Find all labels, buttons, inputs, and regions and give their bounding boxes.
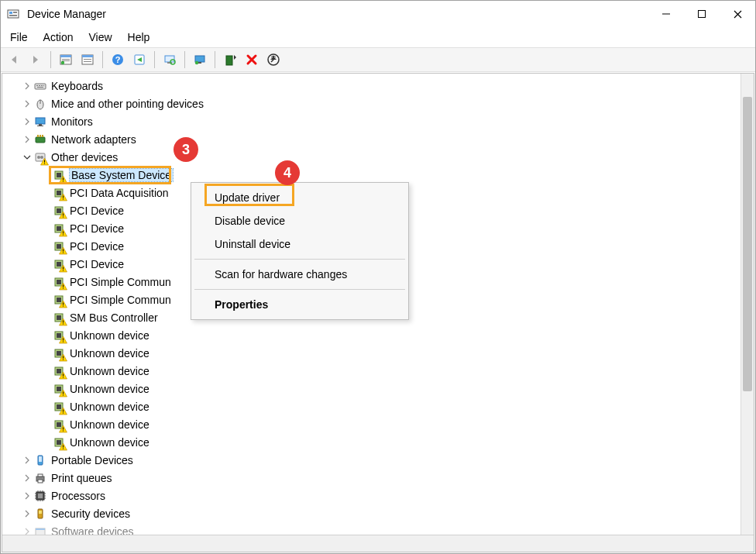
- toolbar-back-button[interactable]: [4, 50, 24, 70]
- mouse-icon: [33, 97, 47, 111]
- device-warning-icon: [52, 275, 66, 289]
- tree-label: Portable Devices: [51, 454, 133, 466]
- toolbar-help-button[interactable]: [108, 50, 128, 70]
- chevron-right-icon[interactable]: [21, 454, 33, 466]
- window-title: Device Manager: [27, 8, 106, 20]
- menu-file[interactable]: File: [7, 29, 37, 45]
- annotation-highlight-4: [204, 184, 294, 206]
- scrollbar-thumb[interactable]: [743, 97, 752, 391]
- chevron-right-icon[interactable]: [21, 115, 33, 128]
- chevron-right-icon[interactable]: [21, 98, 33, 110]
- menu-view[interactable]: View: [85, 29, 121, 45]
- toolbar-show-hide-tree-button[interactable]: [56, 50, 76, 70]
- tree-label: PCI Simple Commun: [70, 294, 171, 306]
- vertical-scrollbar[interactable]: [741, 74, 754, 535]
- tree-label: Monitors: [51, 115, 93, 128]
- chevron-right-icon[interactable]: [21, 490, 33, 502]
- tree-label: Other devices: [51, 151, 118, 163]
- tree-node-monitors[interactable]: Monitors: [2, 112, 740, 130]
- tree-node-network-adapters[interactable]: Network adapters: [2, 130, 740, 148]
- device-warning-icon: [52, 293, 66, 307]
- context-menu-disable-device[interactable]: Disable device: [191, 209, 408, 232]
- menu-help[interactable]: Help: [125, 29, 160, 45]
- tree-label: Software devices: [51, 525, 134, 535]
- tree-label: Unknown device: [70, 347, 149, 360]
- tree-node-portable-devices[interactable]: Portable Devices: [2, 451, 740, 469]
- tree-label: Mice and other pointing devices: [51, 98, 204, 110]
- chevron-right-icon[interactable]: [21, 525, 33, 535]
- tree-node-processors[interactable]: Processors: [2, 487, 740, 504]
- device-warning-icon: [52, 382, 66, 396]
- chevron-right-icon[interactable]: [21, 80, 33, 92]
- tree-node-mice[interactable]: Mice and other pointing devices: [2, 95, 740, 112]
- tree-node-unknown-device[interactable]: Unknown device: [2, 415, 740, 433]
- chevron-right-icon[interactable]: [21, 508, 33, 520]
- toolbar-add-device-button[interactable]: [220, 50, 240, 70]
- device-warning-icon: [52, 364, 66, 378]
- monitor-icon: [33, 115, 47, 129]
- tree-label: Unknown device: [70, 418, 149, 431]
- tree-label: Security devices: [51, 508, 130, 520]
- context-menu-scan-hardware[interactable]: Scan for hardware changes: [191, 263, 408, 286]
- tree-node-keyboards[interactable]: Keyboards: [2, 77, 740, 95]
- tree-node-unknown-device[interactable]: Unknown device: [2, 397, 740, 415]
- device-warning-icon: [52, 204, 66, 218]
- tree-label: Unknown device: [70, 401, 149, 413]
- context-menu-separator: [194, 289, 405, 290]
- tree-node-other-devices[interactable]: Other devices: [2, 148, 740, 166]
- tree-label: PCI Device: [70, 222, 124, 235]
- toolbar-forward-button[interactable]: [26, 50, 46, 70]
- tree-label: PCI Device: [70, 258, 124, 270]
- toolbar-properties-button[interactable]: [77, 50, 98, 70]
- title-bar: Device Manager: [1, 1, 755, 27]
- tree-label: Print queues: [51, 472, 112, 484]
- tree-label: Unknown device: [70, 329, 149, 342]
- annotation-highlight-3: [49, 166, 171, 184]
- annotation-callout-3: 3: [174, 137, 198, 162]
- maximize-button[interactable]: [684, 2, 720, 26]
- context-menu-properties[interactable]: Properties: [191, 293, 408, 316]
- device-warning-icon: [52, 418, 66, 432]
- toolbar-uninstall-button[interactable]: [242, 50, 262, 70]
- tree-label: PCI Simple Commun: [70, 276, 171, 288]
- tree-node-unknown-device[interactable]: Unknown device: [2, 433, 740, 451]
- cpu-icon: [33, 489, 47, 503]
- context-menu-separator: [194, 259, 405, 260]
- menu-action[interactable]: Action: [40, 29, 83, 45]
- device-warning-icon: [52, 311, 66, 325]
- tree-node-software-devices[interactable]: Software devices: [2, 522, 740, 535]
- status-bar: [2, 535, 754, 552]
- chevron-right-icon[interactable]: [21, 133, 33, 146]
- toolbar-action-button[interactable]: [129, 50, 149, 70]
- tree-node-unknown-device[interactable]: Unknown device: [2, 326, 740, 344]
- tree-label: Unknown device: [70, 365, 149, 377]
- device-warning-icon: [52, 435, 66, 449]
- toolbar-monitors-button[interactable]: [190, 50, 210, 70]
- chevron-right-icon[interactable]: [21, 472, 33, 484]
- tree-node-print-queues[interactable]: Print queues: [2, 469, 740, 487]
- device-warning-icon: [52, 239, 66, 253]
- toolbar-update-button[interactable]: [263, 50, 284, 70]
- tree-label: Network adapters: [51, 133, 136, 146]
- minimize-button[interactable]: [648, 2, 684, 26]
- tree-node-unknown-device[interactable]: Unknown device: [2, 380, 740, 397]
- toolbar-scan-button[interactable]: [160, 50, 180, 70]
- device-warning-icon: [52, 257, 66, 271]
- tree-node-unknown-device[interactable]: Unknown device: [2, 362, 740, 380]
- tree-label: Keyboards: [51, 80, 103, 92]
- device-warning-icon: [52, 329, 66, 342]
- close-button[interactable]: [720, 2, 755, 26]
- chevron-down-icon[interactable]: [21, 151, 33, 163]
- tree-node-unknown-device[interactable]: Unknown device: [2, 344, 740, 362]
- context-menu-uninstall-device[interactable]: Uninstall device: [191, 232, 408, 256]
- portable-icon: [33, 453, 47, 467]
- tree-label: PCI Data Acquisition: [70, 187, 169, 199]
- tree-label: Unknown device: [70, 436, 149, 449]
- tree-label: PCI Device: [70, 205, 124, 217]
- tree-label: SM Bus Controller: [70, 311, 158, 324]
- tree-node-security-devices[interactable]: Security devices: [2, 504, 740, 522]
- annotation-callout-4: 4: [275, 160, 300, 185]
- tree-label: Unknown device: [70, 383, 149, 395]
- svg-rect-72: [699, 11, 706, 18]
- device-warning-icon: [52, 400, 66, 414]
